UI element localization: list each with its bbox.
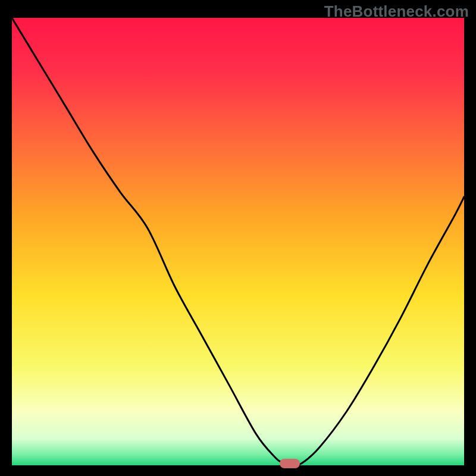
optimal-point-marker — [280, 459, 300, 468]
gradient-rect — [12, 18, 464, 465]
chart-frame: TheBottleneck.com — [0, 0, 476, 476]
chart-svg — [12, 18, 464, 465]
plot-area — [12, 18, 464, 465]
